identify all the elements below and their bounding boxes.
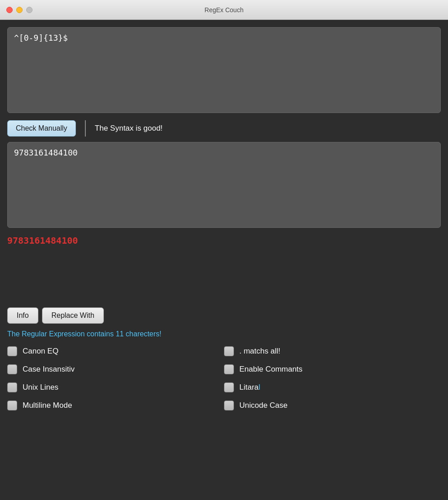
info-tab-button[interactable]: Info bbox=[7, 307, 38, 324]
window-title: RegEx Couch bbox=[205, 6, 243, 14]
dot-matches-all-checkbox[interactable] bbox=[224, 346, 234, 356]
check-row: Check Manually The Syntax is good! bbox=[7, 120, 441, 137]
close-button[interactable] bbox=[6, 7, 13, 13]
unix-lines-label: Unix Lines bbox=[23, 383, 58, 392]
case-insensitive-checkbox[interactable] bbox=[7, 364, 17, 374]
checkbox-item-case-insensitive: Case Insansitiv bbox=[7, 364, 224, 374]
unix-lines-checkbox[interactable] bbox=[7, 382, 17, 392]
title-bar: RegEx Couch bbox=[0, 0, 448, 20]
divider bbox=[85, 120, 86, 137]
literal-checkbox[interactable] bbox=[224, 382, 234, 392]
checkbox-item-unicode-case: Unicode Case bbox=[224, 401, 441, 410]
case-insensitive-label: Case Insansitiv bbox=[23, 365, 75, 374]
multiline-checkbox[interactable] bbox=[7, 401, 17, 410]
info-text: The Regular Expression contains 11 chare… bbox=[7, 330, 441, 338]
check-manually-button[interactable]: Check Manually bbox=[7, 120, 76, 137]
checkbox-item-canon-eq: Canon EQ bbox=[7, 346, 224, 356]
replace-with-tab-button[interactable]: Replace With bbox=[42, 307, 104, 324]
dot-matches-all-label: . matchs all! bbox=[239, 347, 280, 356]
checkbox-item-dot-matches-all: . matchs all! bbox=[224, 346, 441, 356]
unicode-case-checkbox[interactable] bbox=[224, 401, 234, 410]
highlight-l: l bbox=[259, 383, 261, 392]
checkbox-item-literal: Litaral bbox=[224, 382, 441, 392]
checkbox-item-unix-lines: Unix Lines bbox=[7, 382, 224, 392]
minimize-button[interactable] bbox=[16, 7, 23, 13]
window-controls bbox=[6, 7, 33, 13]
regex-input[interactable]: ^[0-9]{13}$ bbox=[7, 27, 441, 113]
tab-buttons: Info Replace With bbox=[7, 307, 441, 324]
enable-comments-label: Enable Commants bbox=[239, 365, 303, 374]
checkboxes-grid: Canon EQ . matchs all! Case Insansitiv E… bbox=[7, 346, 441, 410]
canon-eq-checkbox[interactable] bbox=[7, 346, 17, 356]
test-input[interactable]: 9783161484100 bbox=[7, 142, 441, 228]
canon-eq-label: Canon EQ bbox=[23, 347, 58, 356]
enable-comments-checkbox[interactable] bbox=[224, 364, 234, 374]
checkbox-item-enable-comments: Enable Commants bbox=[224, 364, 441, 374]
main-content: ^[0-9]{13}$ Check Manually The Syntax is… bbox=[0, 20, 448, 253]
literal-label: Litaral bbox=[239, 383, 260, 392]
checkbox-item-multiline: Multiline Mode bbox=[7, 401, 224, 410]
match-result: 9783161484100 bbox=[7, 235, 441, 246]
maximize-button[interactable] bbox=[26, 7, 33, 13]
unicode-case-label: Unicode Case bbox=[239, 401, 288, 410]
bottom-section: Info Replace With The Regular Expression… bbox=[0, 307, 448, 410]
multiline-label: Multiline Mode bbox=[23, 401, 72, 410]
syntax-status: The Syntax is good! bbox=[95, 124, 163, 133]
